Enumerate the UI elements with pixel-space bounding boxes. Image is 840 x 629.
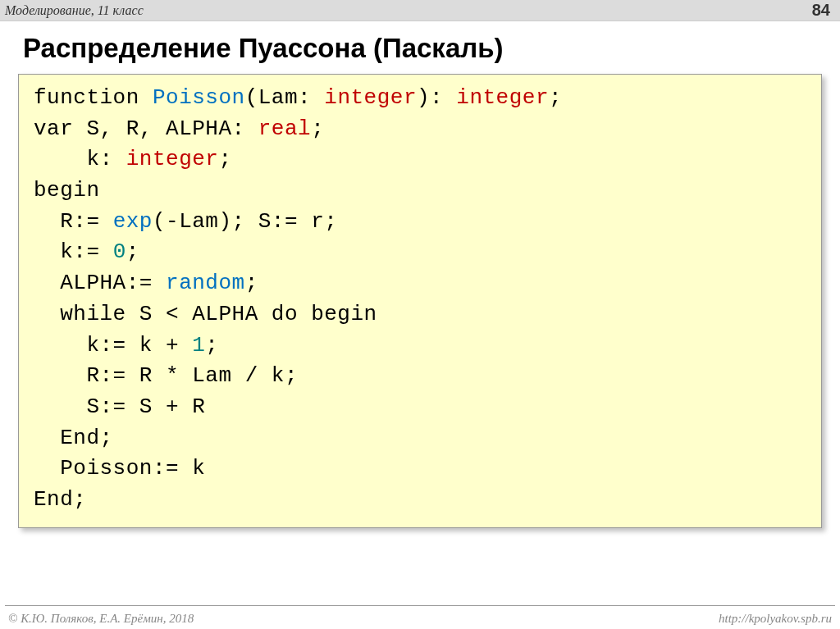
code-line: begin — [34, 178, 100, 203]
slide-title: Распределение Пуассона (Паскаль) — [0, 21, 840, 74]
footer-divider — [5, 605, 835, 606]
code-line: function Poisson(Lam: integer): integer; — [34, 85, 562, 110]
code-line: while S < ALPHA do begin — [34, 302, 377, 326]
slide-header: Моделирование, 11 класс 84 — [0, 0, 840, 21]
page-number: 84 — [812, 1, 830, 20]
code-line: S:= S + R — [34, 394, 205, 419]
code-line: ALPHA:= random; — [34, 271, 258, 295]
code-line: End; — [34, 426, 113, 450]
course-title: Моделирование, 11 класс — [5, 3, 144, 18]
code-line: var S, R, ALPHA: real; — [34, 116, 324, 141]
code-line: R:= R * Lam / k; — [34, 363, 298, 388]
code-line: k: integer; — [34, 147, 232, 171]
code-line: R:= exp(-Lam); S:= r; — [34, 209, 337, 234]
code-block: function Poisson(Lam: integer): integer;… — [18, 74, 822, 528]
code-line: End; — [34, 487, 86, 512]
code-line: k:= k + 1; — [34, 333, 218, 358]
slide-footer: © К.Ю. Поляков, Е.А. Ерёмин, 2018 http:/… — [0, 612, 840, 626]
code-line: k:= 0; — [34, 239, 139, 264]
code-line: Poisson:= k — [34, 456, 205, 481]
copyright-text: © К.Ю. Поляков, Е.А. Ерёмин, 2018 — [8, 612, 194, 626]
footer-url: http://kpolyakov.spb.ru — [719, 612, 832, 626]
